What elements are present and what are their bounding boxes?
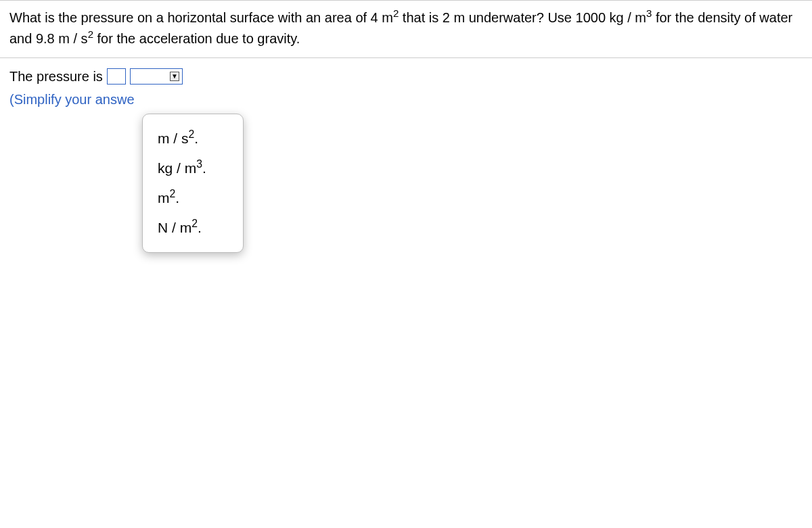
unit-option-m2[interactable]: m2. xyxy=(143,183,243,213)
q-sup-1c: 2 xyxy=(88,28,93,40)
unit-dropdown-panel: m / s2. kg / m3. m2. N / m2. xyxy=(142,114,244,253)
chevron-down-icon: ▼ xyxy=(170,72,179,81)
q-part-1d: for the acceleration due to gravity. xyxy=(93,31,300,46)
pressure-value-input[interactable] xyxy=(107,68,126,85)
q-part-1b: that is 2 m underwater? Use 1000 kg / m xyxy=(399,10,646,25)
answer-label: The pressure is xyxy=(9,65,103,88)
q-part-1a: What is the pressure on a horizontal sur… xyxy=(9,10,393,25)
answer-area: The pressure is ▼ (Simplify your answe xyxy=(0,58,812,118)
unit-option-kgm3[interactable]: kg / m3. xyxy=(143,153,243,183)
unit-option-ms2[interactable]: m / s2. xyxy=(143,124,243,153)
simplify-hint: (Simplify your answe xyxy=(9,88,803,111)
unit-dropdown[interactable]: ▼ xyxy=(130,68,183,85)
question-text: What is the pressure on a horizontal sur… xyxy=(0,1,812,57)
unit-option-nm2[interactable]: N / m2. xyxy=(143,213,243,243)
